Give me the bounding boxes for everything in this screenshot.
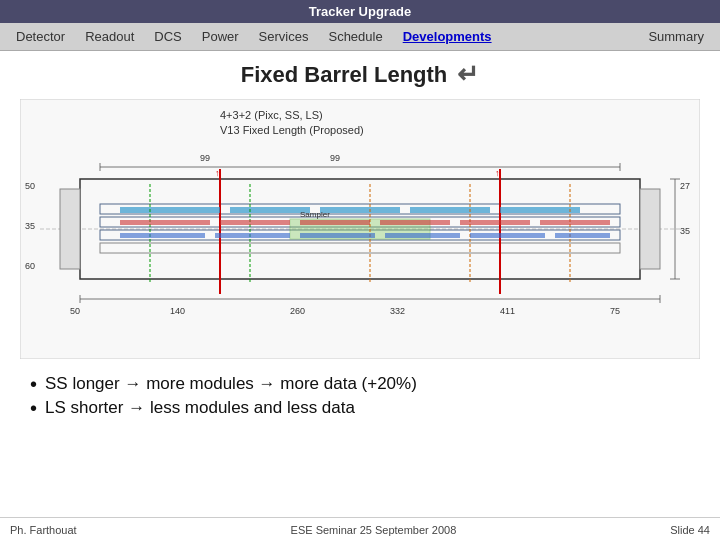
svg-rect-52 — [215, 233, 290, 238]
svg-rect-56 — [555, 233, 610, 238]
svg-rect-47 — [300, 220, 370, 225]
svg-rect-12 — [230, 207, 310, 213]
svg-rect-15 — [500, 207, 580, 213]
bullet-item-1: • SS longer → more modules → more data (… — [30, 374, 690, 394]
svg-rect-46 — [220, 220, 290, 225]
svg-text:99: 99 — [330, 153, 340, 163]
section-title-text: Fixed Barrel Length — [241, 62, 448, 88]
arrow-3: → — [128, 398, 145, 417]
footer-slide: Slide 44 — [670, 524, 710, 536]
svg-rect-58 — [640, 189, 660, 269]
arrow-2: → — [259, 374, 276, 393]
svg-text:35: 35 — [680, 226, 690, 236]
svg-rect-55 — [470, 233, 545, 238]
svg-text:99: 99 — [200, 153, 210, 163]
diagram-area: 4+3+2 (Pixc, SS, LS) V13 Fixed Length (P… — [0, 94, 720, 364]
svg-text:50: 50 — [25, 181, 35, 191]
svg-text:75: 75 — [610, 306, 620, 316]
svg-rect-14 — [410, 207, 490, 213]
svg-rect-11 — [120, 207, 220, 213]
title-bar: Tracker Upgrade — [0, 0, 720, 23]
svg-text:↑: ↑ — [215, 168, 220, 178]
svg-rect-48 — [380, 220, 450, 225]
svg-text:411: 411 — [500, 306, 515, 316]
svg-rect-49 — [460, 220, 530, 225]
nav-summary[interactable]: Summary — [638, 26, 714, 47]
bullets-section: • SS longer → more modules → more data (… — [0, 364, 720, 428]
nav-dcs[interactable]: DCS — [144, 26, 191, 47]
nav-services[interactable]: Services — [249, 26, 319, 47]
svg-rect-13 — [320, 207, 400, 213]
return-arrow-icon: ↵ — [457, 59, 479, 90]
nav-bar: Detector Readout DCS Power Services Sche… — [0, 23, 720, 51]
footer-event: ESE Seminar 25 September 2008 — [291, 524, 457, 536]
svg-rect-50 — [540, 220, 610, 225]
section-title: Fixed Barrel Length ↵ — [241, 59, 480, 90]
svg-text:140: 140 — [170, 306, 185, 316]
svg-rect-45 — [120, 220, 210, 225]
svg-rect-57 — [60, 189, 80, 269]
nav-schedule[interactable]: Schedule — [318, 26, 392, 47]
svg-text:Sampler: Sampler — [300, 210, 330, 219]
svg-rect-51 — [120, 233, 205, 238]
nav-readout[interactable]: Readout — [75, 26, 144, 47]
nav-detector[interactable]: Detector — [6, 26, 75, 47]
section-title-area: Fixed Barrel Length ↵ — [0, 51, 720, 94]
svg-text:60: 60 — [25, 261, 35, 271]
barrel-diagram: 4+3+2 (Pixc, SS, LS) V13 Fixed Length (P… — [20, 99, 700, 359]
footer: Ph. Farthouat ESE Seminar 25 September 2… — [0, 517, 720, 540]
nav-power[interactable]: Power — [192, 26, 249, 47]
footer-author: Ph. Farthouat — [10, 524, 77, 536]
bullet-item-2: • LS shorter → less modules and less dat… — [30, 398, 690, 418]
svg-text:50: 50 — [70, 306, 80, 316]
svg-text:4+3+2 (Pixc, SS, LS): 4+3+2 (Pixc, SS, LS) — [220, 109, 323, 121]
svg-text:V13  Fixed Length (Proposed): V13 Fixed Length (Proposed) — [220, 124, 364, 136]
title-label: Tracker Upgrade — [309, 4, 412, 19]
svg-text:↑: ↑ — [495, 168, 500, 178]
bullet-text-2: LS shorter → less modules and less data — [45, 398, 355, 418]
svg-rect-54 — [385, 233, 460, 238]
svg-text:332: 332 — [390, 306, 405, 316]
bullet-dot-1: • — [30, 374, 37, 394]
svg-text:260: 260 — [290, 306, 305, 316]
bullet-dot-2: • — [30, 398, 37, 418]
arrow-1: → — [124, 374, 141, 393]
svg-text:35: 35 — [25, 221, 35, 231]
svg-text:27: 27 — [680, 181, 690, 191]
nav-developments[interactable]: Developments — [393, 26, 502, 47]
bullet-text-1: SS longer → more modules → more data (+2… — [45, 374, 417, 394]
svg-rect-53 — [300, 233, 375, 238]
